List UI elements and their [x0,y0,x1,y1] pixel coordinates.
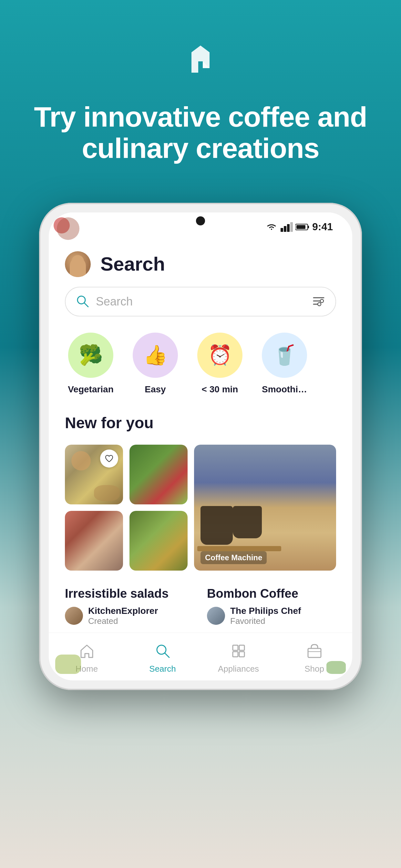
page-title: Search [100,253,165,275]
svg-rect-20 [308,648,321,657]
svg-rect-2 [287,224,289,232]
category-icon-quick: ⏰ [197,333,243,378]
categories-row: 🥦 Vegetarian 👍 Easy ⏰ < 30 min 🥤 Smoothi… [65,333,336,395]
author-details-left: KitchenExplorer Created [88,606,158,626]
category-label-smoothie: Smoothi… [262,384,307,395]
kitchen-explorer-action: Created [88,616,158,626]
salads-card-info: Irresistible salads KitchenExplorer Crea… [65,580,194,632]
philips-chef-action: Favorited [230,616,301,626]
search-nav-icon [154,643,171,661]
phone-mockup: 9:41 Search [39,203,362,690]
category-label-easy: Easy [145,384,166,395]
filter-icon[interactable] [312,294,326,309]
app-header: Search [65,245,336,287]
salad-image-4[interactable] [129,511,188,570]
svg-point-12 [320,299,323,303]
camera-dot [196,216,205,225]
nav-label-search: Search [149,664,176,674]
card-col-left [65,445,188,570]
nav-label-shop: Shop [305,664,324,674]
svg-point-13 [318,303,321,306]
category-label-quick: < 30 min [202,384,238,395]
category-icon-smoothie: 🥤 [262,333,307,378]
phone-frame: 9:41 Search [39,203,362,690]
app-content: Search Search [49,235,352,632]
wifi-icon [265,222,278,232]
salad-card-1[interactable] [65,445,123,504]
salads-card-author: KitchenExplorer Created [65,606,194,626]
appliances-icon [230,643,247,661]
philips-chef-avatar [207,607,225,625]
category-label-vegetarian: Vegetarian [68,384,114,395]
author-details-right: The Philips Chef Favorited [230,606,301,626]
search-icon [75,294,89,309]
cards-info-row: Irresistible salads KitchenExplorer Crea… [65,580,336,632]
category-icon-vegetarian: 🥦 [68,333,113,378]
svg-rect-18 [233,652,238,657]
category-easy[interactable]: 👍 Easy [129,333,181,395]
nav-item-search[interactable]: Search [134,643,192,674]
section-title: New for you [65,414,336,432]
svg-line-8 [84,303,88,307]
hero-title: Try innovative coffee and culinary creat… [0,101,401,164]
avatar [65,251,91,277]
coffee-card-info: Bombon Coffee The Philips Chef Favorited [207,580,336,632]
app-logo [178,39,223,101]
home-icon [79,643,95,661]
coffee-image: Coffee Machine [194,445,336,570]
svg-rect-19 [239,652,244,657]
svg-rect-0 [281,228,283,232]
philips-chef-name: The Philips Chef [230,606,301,616]
nav-item-appliances[interactable]: Appliances [210,643,268,674]
coffee-card-title: Bombon Coffee [207,587,336,600]
category-smoothie[interactable]: 🥤 Smoothi… [258,333,310,395]
nav-label-appliances: Appliances [218,664,259,674]
salad-top-row [65,445,188,504]
hero-section: Try innovative coffee and culinary creat… [0,0,401,183]
coffee-category-label: Coffee Machine [201,551,267,564]
cards-row: Coffee Machine [65,445,336,570]
salad-image-2[interactable] [129,445,188,504]
status-time: 9:41 [312,221,333,233]
svg-rect-6 [297,225,305,229]
kitchen-explorer-name: KitchenExplorer [88,606,158,616]
svg-rect-5 [308,226,309,228]
svg-rect-3 [290,222,293,232]
svg-rect-17 [239,645,244,650]
phone-screen: 9:41 Search [49,213,352,680]
svg-rect-1 [284,226,286,232]
svg-line-15 [165,653,169,657]
category-quick[interactable]: ⏰ < 30 min [194,333,246,395]
favorite-button[interactable] [100,450,118,468]
category-icon-easy: 👍 [133,333,178,378]
category-vegetarian[interactable]: 🥦 Vegetarian [65,333,117,395]
signal-icon [281,222,293,232]
shop-icon [306,643,323,661]
coffee-card-author: The Philips Chef Favorited [207,606,336,626]
search-input[interactable]: Search [96,295,305,308]
salad-image-3[interactable] [65,511,123,570]
svg-rect-16 [233,645,238,650]
bottom-nav: Home Search [49,632,352,680]
salad-bottom-row [65,511,188,570]
status-bar: 9:41 [49,213,352,235]
kitchen-explorer-avatar [65,607,83,625]
salads-card-title: Irresistible salads [65,587,194,600]
signal-icons: 9:41 [265,221,333,233]
svg-point-14 [157,645,166,654]
battery-icon [296,223,310,231]
coffee-card[interactable]: Coffee Machine [194,445,336,570]
search-bar[interactable]: Search [65,287,336,316]
card-col-right: Coffee Machine [194,445,336,570]
